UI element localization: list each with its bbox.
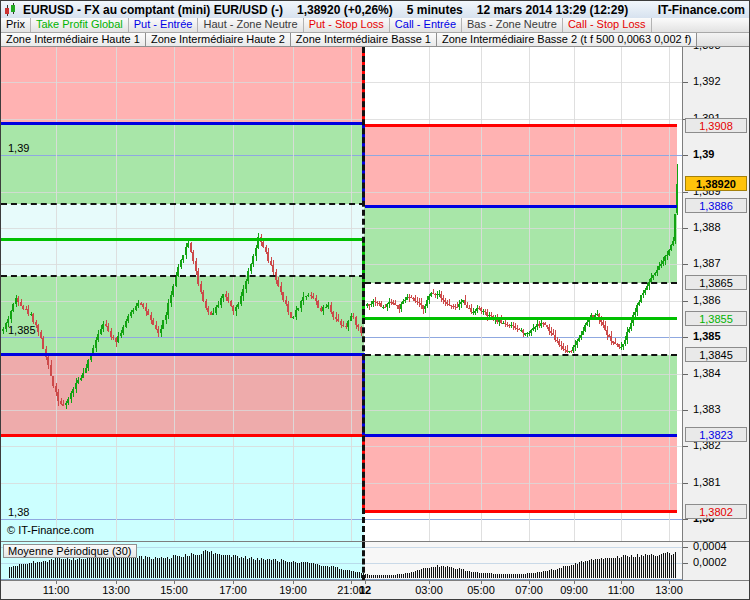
price-axis-label: 1,385: [693, 330, 721, 342]
zone-button-2[interactable]: Zone Intermédiaire Haute 2: [146, 33, 291, 46]
legend-item-label: Call - Entrée: [395, 18, 456, 30]
zone-button-label: Zone Intermédiaire Basse 2 (t f 500 0,00…: [442, 33, 691, 45]
time-axis-label: 12: [359, 584, 371, 596]
series-legend-bar: PrixTake Profit GlobalPut - EntréeHaut -…: [1, 18, 749, 33]
minor-gridline: [1, 301, 682, 302]
level-line-call-entree: [1, 353, 365, 356]
price-badge-put-stop-loss: 1,3908: [685, 118, 747, 133]
zone-button-label: Zone Intermédiaire Basse 1: [296, 33, 431, 45]
inplot-price-label: 1,38: [8, 506, 29, 518]
zone-rect-right: [364, 126, 677, 206]
minor-gridline: [1, 264, 682, 265]
zone-rect-right: [364, 355, 677, 435]
minor-gridline: [1, 446, 682, 447]
time-axis[interactable]: 11:0013:0015:0017:0019:0021:001203:0005:…: [1, 580, 750, 600]
time-axis-label: 03:00: [415, 584, 443, 596]
minor-gridline: [1, 374, 682, 375]
minor-gridline: [1, 192, 682, 193]
last-price-change: 1,38920 (+0,26%): [297, 3, 393, 17]
minor-gridline: [1, 483, 682, 484]
level-line-call-stop-loss: [1, 434, 365, 437]
level-line-haut-zone-neutre: [1, 203, 365, 205]
indicator-name-label[interactable]: Moyenne Périodique (30): [3, 544, 137, 558]
time-axis-label: 17:00: [219, 584, 247, 596]
indicator-panel[interactable]: Moyenne Périodique (30): [1, 541, 682, 580]
vertical-gridline: [669, 47, 670, 541]
inplot-price-label: 1,39: [8, 142, 29, 154]
level-line-call-entree: [365, 434, 677, 437]
legend-item-bas-zone-neutre[interactable]: Bas - Zone Neutre: [462, 18, 563, 32]
legend-item-label: Put - Stop Loss: [309, 18, 384, 30]
time-axis-label: 15:00: [160, 584, 188, 596]
legend-item-label: Take Profit Global: [36, 18, 123, 30]
price-axis-tick: [683, 192, 688, 193]
price-axis[interactable]: 1,3931,3921,3911,391,3891,3881,3871,3861…: [682, 47, 750, 541]
zone-button-1[interactable]: Zone Intermédiaire Haute 1: [1, 33, 146, 46]
level-line-take-profit: [1, 238, 365, 241]
vertical-gridline: [529, 47, 530, 541]
time-axis-label: 11:00: [43, 584, 70, 596]
title-bar: EURUSD - FX au comptant (mini) EUR/USD (…: [1, 1, 749, 19]
price-badge-put-entree: 1,3886: [685, 198, 747, 213]
zone-rect-right: [364, 206, 677, 282]
level-line-put-entree: [1, 122, 365, 125]
indicator-axis-tick: [683, 547, 688, 548]
price-axis-tick: [683, 483, 688, 484]
legend-item-haut-zone-neutre[interactable]: Haut - Zone Neutre: [198, 18, 303, 32]
datetime-label: 12 mars 2014 13:29 (12:29): [477, 3, 628, 17]
time-axis-label: 09:00: [560, 584, 588, 596]
price-axis-label: 1,388: [693, 221, 721, 233]
price-badge-take-profit: 1,3855: [685, 311, 747, 326]
main-chart-area[interactable]: © IT-Finance.com 1,391,3851,38: [1, 47, 682, 541]
legend-item-prix[interactable]: Prix: [1, 18, 31, 32]
inplot-price-label: 1,385: [8, 324, 36, 336]
legend-item-label: Haut - Zone Neutre: [203, 18, 297, 30]
minor-gridline: [1, 410, 682, 411]
price-badge-call-entree: 1,3823: [685, 427, 747, 442]
price-axis-tick: [683, 155, 688, 156]
level-line-put-entree: [365, 205, 677, 208]
level-line-call-stop-loss: [365, 510, 677, 513]
major-gridline: [1, 155, 682, 156]
time-axis-label: 13:00: [655, 584, 683, 596]
level-line-put-stop-loss: [365, 124, 677, 127]
legend-item-call-entr-e[interactable]: Call - Entrée: [390, 18, 462, 32]
legend-item-call-stop-loss[interactable]: Call - Stop Loss: [563, 18, 652, 32]
indicator-gridline: [1, 563, 682, 564]
time-axis-label: 05:00: [467, 584, 495, 596]
price-axis-tick: [683, 410, 688, 411]
timeframe-label: 5 minutes: [407, 3, 463, 17]
price-axis-tick: [683, 519, 688, 520]
major-gridline: [1, 337, 682, 338]
price-axis-label: 1,386: [693, 294, 721, 306]
level-line-bas-zone-neutre: [365, 354, 677, 356]
price-axis-label: 1,381: [693, 476, 721, 488]
time-axis-label: 11:00: [608, 584, 635, 596]
price-axis-label: 1,392: [693, 75, 721, 87]
price-axis-label: 1,39: [693, 148, 714, 160]
zone-button-4[interactable]: Zone Intermédiaire Basse 2 (t f 500 0,00…: [437, 33, 697, 46]
time-axis-label: 13:00: [102, 584, 130, 596]
brand-label: IT-Finance.com: [658, 3, 745, 17]
time-axis-label: 19:00: [279, 584, 307, 596]
minor-gridline: [1, 228, 682, 229]
price-axis-label: 1,384: [693, 367, 721, 379]
price-axis-tick: [683, 264, 688, 265]
price-badge-call-stop-loss: 1,3802: [685, 504, 747, 519]
legend-item-put-entr-e[interactable]: Put - Entrée: [129, 18, 199, 32]
price-axis-label: 1,383: [693, 403, 721, 415]
candlestick-icon: [4, 3, 18, 16]
price-axis-tick: [683, 374, 688, 375]
vertical-gridline: [481, 47, 482, 541]
zone-button-3[interactable]: Zone Intermédiaire Basse 1: [291, 33, 437, 46]
price-axis-label: 1,387: [693, 257, 721, 269]
legend-item-label: Call - Stop Loss: [568, 18, 646, 30]
indicator-axis-label: 0,0002: [693, 556, 727, 568]
legend-item-put-stop-loss[interactable]: Put - Stop Loss: [304, 18, 390, 32]
price-axis-tick: [683, 301, 688, 302]
legend-item-label: Put - Entrée: [134, 18, 193, 30]
chart-window: EURUSD - FX au comptant (mini) EUR/USD (…: [0, 0, 750, 600]
legend-item-take-profit-global[interactable]: Take Profit Global: [31, 18, 129, 32]
vertical-gridline: [429, 47, 430, 541]
copyright-label: © IT-Finance.com: [7, 524, 94, 536]
